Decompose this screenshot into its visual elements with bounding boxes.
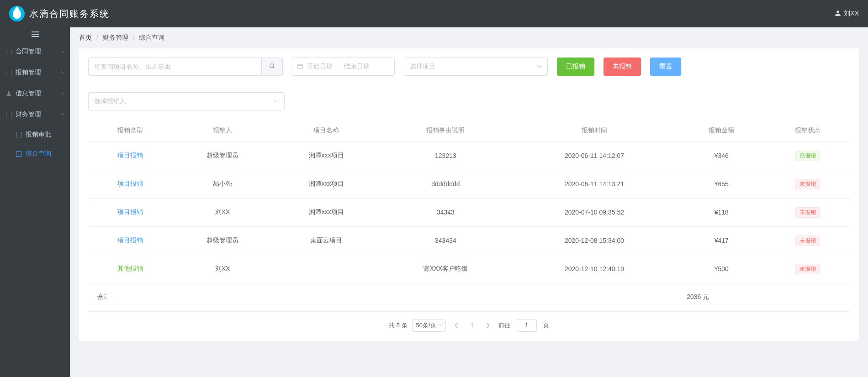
sum-value: 2036 元 xyxy=(677,283,765,311)
col-amount: 报销金额 xyxy=(677,120,765,141)
document-icon xyxy=(5,111,12,118)
submenu-finance: 报销审批 综合查询 xyxy=(0,125,70,163)
row-person: 刘XX xyxy=(173,198,273,226)
breadcrumb-mid[interactable]: 财务管理 xyxy=(103,34,128,41)
user-icon xyxy=(835,10,841,18)
row-status: 未报销 xyxy=(795,236,820,246)
row-time: 2020-07-10 09:35:52 xyxy=(511,198,677,226)
sidebar-item-info[interactable]: 信息管理 xyxy=(0,83,70,104)
calendar-icon xyxy=(297,63,303,71)
row-project: 湘潭xxx项目 xyxy=(272,198,380,226)
user-name: 刘XX xyxy=(844,10,859,18)
row-type[interactable]: 其他报销 xyxy=(117,265,143,272)
header-bar: 水滴合同账务系统 刘XX xyxy=(0,0,868,27)
chevron-down-icon xyxy=(60,69,64,76)
total-text: 共 5 条 xyxy=(389,321,407,330)
reporter-select[interactable]: 选择报销人 xyxy=(88,92,285,110)
col-type: 报销类型 xyxy=(88,120,173,141)
row-person: 超级管理员 xyxy=(173,226,273,255)
row-amount: ¥118 xyxy=(677,198,765,226)
row-reason: 343434 xyxy=(380,226,511,255)
row-reason: 123213 xyxy=(380,141,511,170)
row-type[interactable]: 项目报销 xyxy=(117,236,143,244)
sidebar-toggle[interactable] xyxy=(0,27,70,41)
sidebar-item-reimburse[interactable]: 报销管理 xyxy=(0,62,70,83)
svg-line-1 xyxy=(273,67,274,68)
row-person: 刘XX xyxy=(173,255,273,283)
date-range-picker[interactable]: 开始日期 - 结束日期 xyxy=(292,58,395,76)
header-left: 水滴合同账务系统 xyxy=(9,6,110,21)
col-person: 报销人 xyxy=(173,120,273,141)
row-type[interactable]: 项目报销 xyxy=(117,152,143,159)
page-prev-button[interactable] xyxy=(450,319,463,332)
search-input[interactable] xyxy=(88,58,262,76)
row-type[interactable]: 项目报销 xyxy=(117,180,143,187)
table-row: 项目报销超级管理员湘潭xxx项目1232132020-06-11 14:12:0… xyxy=(88,141,850,170)
user-menu[interactable]: 刘XX xyxy=(835,10,859,18)
row-project: 湘潭xxx项目 xyxy=(272,141,380,170)
filter-reported-button[interactable]: 已报销 xyxy=(557,58,594,76)
sidebar-subitem-approval[interactable]: 报销审批 xyxy=(10,125,70,144)
logo-icon xyxy=(9,6,25,21)
filter-row: 开始日期 - 结束日期 选择项目 已报销 未报销 重置 选择报销人 xyxy=(88,58,850,110)
jump-suffix: 页 xyxy=(543,321,549,330)
breadcrumb-home[interactable]: 首页 xyxy=(79,34,92,41)
document-icon xyxy=(16,151,22,157)
table-row: 项目报销易小强湘潭xxx项目dddddddd2020-06-11 14:13:2… xyxy=(88,170,850,198)
row-time: 2020-06-11 14:12:07 xyxy=(511,141,677,170)
row-time: 2020-12-08 15:34:00 xyxy=(511,226,677,255)
row-reason: 34343 xyxy=(380,198,511,226)
row-amount: ¥417 xyxy=(677,226,765,255)
chevron-up-icon xyxy=(60,111,64,118)
table-sum-row: 合计 2036 元 xyxy=(88,283,850,311)
row-project xyxy=(272,255,380,283)
sidebar-item-label: 财务管理 xyxy=(16,110,41,119)
row-amount: ¥500 xyxy=(677,255,765,283)
breadcrumb-last: 综合查询 xyxy=(139,34,164,41)
table-header-row: 报销类型 报销人 项目名称 报销事由说明 报销时间 报销金额 报销状态 xyxy=(88,120,850,141)
search-button[interactable] xyxy=(262,58,283,76)
sidebar-item-label: 合同管理 xyxy=(16,47,41,56)
row-status: 未报销 xyxy=(795,207,820,218)
col-reason: 报销事由说明 xyxy=(380,120,511,141)
reset-button[interactable]: 重置 xyxy=(650,58,681,76)
row-amount: ¥346 xyxy=(677,141,765,170)
row-reason: dddddddd xyxy=(380,170,511,198)
row-status: 已报销 xyxy=(795,151,820,161)
date-end-placeholder: 结束日期 xyxy=(344,63,370,71)
row-amount: ¥655 xyxy=(677,170,765,198)
sidebar-item-finance[interactable]: 财务管理 xyxy=(0,104,70,125)
row-time: 2020-06-11 14:13:21 xyxy=(511,170,677,198)
row-time: 2020-12-10 12:40:19 xyxy=(511,255,677,283)
table-row: 项目报销刘XX湘潭xxx项目343432020-07-10 09:35:52¥1… xyxy=(88,198,850,226)
chevron-down-icon xyxy=(60,48,64,55)
sum-label: 合计 xyxy=(88,283,173,311)
svg-point-0 xyxy=(270,63,273,67)
page-next-button[interactable] xyxy=(481,319,494,332)
filter-unreported-button[interactable]: 未报销 xyxy=(603,58,641,76)
row-project: 桌面云项目 xyxy=(272,226,380,255)
sidebar-item-label: 报销管理 xyxy=(16,68,41,77)
page-jump-input[interactable] xyxy=(517,319,537,332)
jump-prefix: 前往 xyxy=(498,321,510,330)
col-project: 项目名称 xyxy=(272,120,380,141)
sidebar-item-contract[interactable]: 合同管理 xyxy=(0,41,70,62)
chevron-down-icon xyxy=(274,98,279,105)
page-size-select[interactable]: 50条/页 xyxy=(412,319,446,332)
sidebar-subitem-query[interactable]: 综合查询 xyxy=(10,144,70,163)
row-project: 湘潭xxx项目 xyxy=(272,170,380,198)
sidebar-item-label: 信息管理 xyxy=(16,89,41,98)
row-status: 未报销 xyxy=(795,264,820,274)
row-person: 易小强 xyxy=(173,170,273,198)
page-current[interactable]: 1 xyxy=(468,322,476,329)
content-card: 开始日期 - 结束日期 选择项目 已报销 未报销 重置 选择报销人 xyxy=(79,48,859,341)
row-type[interactable]: 项目报销 xyxy=(117,208,143,215)
row-status: 未报销 xyxy=(795,179,820,189)
sidebar-item-label: 报销审批 xyxy=(26,131,51,139)
svg-rect-2 xyxy=(298,64,303,68)
search-icon xyxy=(269,63,275,71)
sidebar: 合同管理 报销管理 信息管理 财务管理 xyxy=(0,27,70,377)
project-select[interactable]: 选择项目 xyxy=(404,58,548,76)
pagination: 共 5 条 50条/页 1 前往 页 xyxy=(88,319,850,332)
chevron-down-icon xyxy=(60,90,64,97)
